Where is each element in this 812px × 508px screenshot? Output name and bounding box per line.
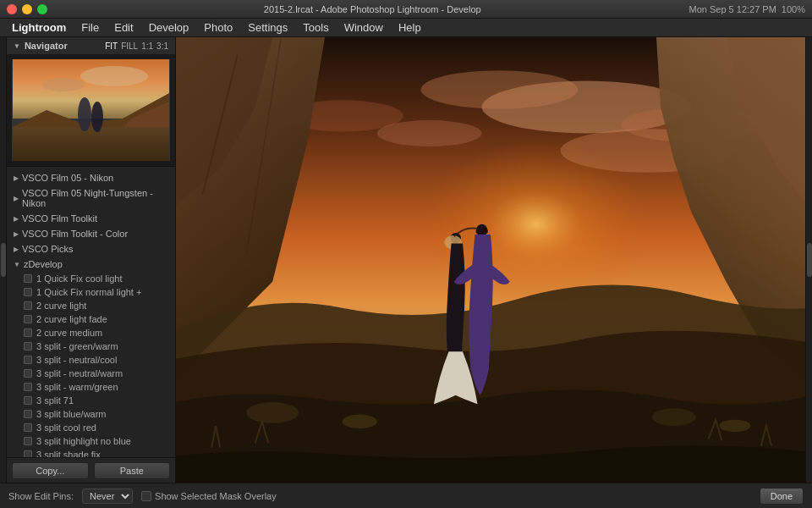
time-display: Mon Sep 5 12:27 PM bbox=[689, 4, 776, 14]
menu-tools[interactable]: Tools bbox=[296, 19, 335, 36]
menu-help[interactable]: Help bbox=[392, 19, 428, 36]
show-mask-area: Show Selected Mask Overlay bbox=[141, 491, 277, 501]
preset-group-header-vsco1[interactable]: ▶ VSCO Film 05 - Nikon bbox=[7, 170, 175, 185]
svg-point-23 bbox=[343, 415, 377, 429]
preset-item-7[interactable]: 3 split - neutral/warm bbox=[7, 367, 175, 380]
main-content: ▼ Navigator FIT FILL 1:1 3:1 bbox=[0, 37, 812, 483]
preset-icon bbox=[24, 450, 32, 457]
preset-group-vsco5: ▶ VSCO Picks bbox=[7, 241, 175, 257]
preset-item-label: 3 split blue/warm bbox=[36, 409, 107, 419]
menu-settings[interactable]: Settings bbox=[241, 19, 294, 36]
preset-icon bbox=[24, 356, 32, 364]
preset-group-vsco3: ▶ VSCO Film Toolkit bbox=[7, 211, 175, 226]
menu-file[interactable]: File bbox=[74, 19, 106, 36]
svg-point-15 bbox=[377, 120, 482, 146]
zoom-fill[interactable]: FILL bbox=[121, 41, 138, 51]
preset-group-label: VSCO Film Toolkit bbox=[22, 213, 97, 224]
preset-group-header-vsco3[interactable]: ▶ VSCO Film Toolkit bbox=[7, 211, 175, 226]
preset-item-8[interactable]: 3 split - warm/green bbox=[7, 380, 175, 394]
preset-icon bbox=[24, 315, 32, 323]
preset-icon bbox=[24, 329, 32, 337]
preset-item-label: 1 Quick Fix normal light + bbox=[36, 287, 141, 297]
preset-item-label: 3 split - neutral/cool bbox=[36, 355, 117, 365]
navigator-header[interactable]: ▼ Navigator FIT FILL 1:1 3:1 bbox=[7, 37, 175, 54]
statusbar: Show Edit Pins: Never Show Selected Mask… bbox=[0, 483, 812, 508]
navigator-panel: ▼ Navigator FIT FILL 1:1 3:1 bbox=[7, 37, 175, 167]
preset-item-2[interactable]: 2 curve light bbox=[7, 299, 175, 312]
close-button[interactable] bbox=[7, 4, 17, 14]
preset-item-13[interactable]: 3 split shade fix bbox=[7, 448, 175, 457]
expand-icon: ▶ bbox=[14, 195, 19, 202]
preset-item-12[interactable]: 3 split highlight no blue bbox=[7, 434, 175, 448]
preset-item-label: 2 curve medium bbox=[36, 328, 102, 338]
navigator-title: Navigator bbox=[25, 41, 105, 51]
image-area[interactable] bbox=[176, 37, 805, 483]
menu-photo[interactable]: Photo bbox=[197, 19, 239, 36]
title-bar: 2015-2.lrcat - Adobe Photoshop Lightroom… bbox=[0, 0, 812, 19]
show-edit-pins-select[interactable]: Never bbox=[82, 489, 133, 504]
preset-item-11[interactable]: 3 split cool red bbox=[7, 421, 175, 434]
preset-item-5[interactable]: 3 split - green/warm bbox=[7, 340, 175, 353]
expand-icon: ▶ bbox=[14, 174, 19, 182]
preset-item-4[interactable]: 2 curve medium bbox=[7, 326, 175, 340]
preset-icon bbox=[24, 410, 32, 418]
sidebar-bottom: Copy... Paste bbox=[7, 457, 175, 483]
preset-item-6[interactable]: 3 split - neutral/cool bbox=[7, 353, 175, 367]
preset-item-3[interactable]: 2 curve light fade bbox=[7, 312, 175, 326]
paste-button[interactable]: Paste bbox=[94, 462, 171, 479]
preset-group-label: VSCO Film 05 Night-Tungsten - Nikon bbox=[22, 188, 168, 208]
svg-point-11 bbox=[420, 70, 578, 108]
preset-icon bbox=[24, 423, 32, 432]
zoom-1to1[interactable]: 1:1 bbox=[141, 41, 153, 51]
copy-button[interactable]: Copy... bbox=[12, 462, 89, 479]
sidebar: ▼ Navigator FIT FILL 1:1 3:1 bbox=[7, 37, 176, 483]
left-scroll[interactable] bbox=[0, 37, 7, 483]
preset-group-vsco2: ▶ VSCO Film 05 Night-Tungsten - Nikon bbox=[7, 185, 175, 211]
preset-icon bbox=[24, 396, 32, 405]
zoom-3to1[interactable]: 3:1 bbox=[156, 41, 168, 51]
minimize-button[interactable] bbox=[22, 4, 32, 14]
preset-item-0[interactable]: 1 Quick Fix cool light bbox=[7, 272, 175, 285]
preset-group-header-zdevelop[interactable]: ▼ zDevelop bbox=[7, 257, 175, 272]
window-title: 2015-2.lrcat - Adobe Photoshop Lightroom… bbox=[56, 4, 689, 14]
main-image bbox=[176, 37, 805, 483]
preset-group-vsco1: ▶ VSCO Film 05 - Nikon bbox=[7, 170, 175, 185]
preset-item-9[interactable]: 3 split 71 bbox=[7, 394, 175, 407]
traffic-lights bbox=[7, 4, 47, 14]
preset-list: ▶ VSCO Film 05 - Nikon ▶ VSCO Film 05 Ni… bbox=[7, 167, 175, 457]
scroll-thumb bbox=[1, 243, 6, 277]
preset-item-label: 2 curve light bbox=[36, 301, 86, 311]
zoom-fit[interactable]: FIT bbox=[105, 41, 118, 51]
preset-icon bbox=[24, 342, 32, 351]
preset-group-header-vsco2[interactable]: ▶ VSCO Film 05 Night-Tungsten - Nikon bbox=[7, 185, 175, 211]
menu-edit[interactable]: Edit bbox=[107, 19, 140, 36]
preset-icon bbox=[24, 288, 32, 296]
expand-icon: ▶ bbox=[14, 230, 19, 238]
preset-item-1[interactable]: 1 Quick Fix normal light + bbox=[7, 285, 175, 299]
preset-item-label: 3 split 71 bbox=[36, 395, 74, 406]
preset-icon bbox=[24, 301, 32, 310]
preset-item-label: 3 split highlight no blue bbox=[36, 436, 131, 446]
menu-lightroom[interactable]: Lightroom bbox=[5, 19, 73, 36]
preset-icon bbox=[24, 383, 32, 391]
preset-item-label: 2 curve light fade bbox=[36, 314, 107, 324]
menu-window[interactable]: Window bbox=[337, 19, 390, 36]
svg-point-2 bbox=[42, 78, 85, 91]
show-mask-checkbox[interactable] bbox=[141, 491, 151, 501]
preset-item-label: 1 Quick Fix cool light bbox=[36, 273, 122, 284]
right-scroll[interactable] bbox=[805, 37, 812, 483]
fullscreen-button[interactable] bbox=[37, 4, 47, 14]
preset-icon bbox=[24, 274, 32, 283]
preset-item-10[interactable]: 3 split blue/warm bbox=[7, 407, 175, 421]
done-button[interactable]: Done bbox=[760, 488, 804, 505]
battery-display: 100% bbox=[782, 4, 805, 14]
preset-icon bbox=[24, 369, 32, 378]
preset-item-label: 3 split shade fix bbox=[36, 450, 101, 457]
zoom-buttons: FIT FILL 1:1 3:1 bbox=[105, 41, 168, 51]
menu-develop[interactable]: Develop bbox=[142, 19, 196, 36]
preset-group-header-vsco4[interactable]: ▶ VSCO Film Toolkit - Color bbox=[7, 226, 175, 241]
nav-thumbnail bbox=[12, 59, 170, 161]
preset-group-header-vsco5[interactable]: ▶ VSCO Picks bbox=[7, 241, 175, 257]
status-right: Done bbox=[760, 488, 804, 505]
menu-bar: Lightroom File Edit Develop Photo Settin… bbox=[0, 19, 812, 37]
